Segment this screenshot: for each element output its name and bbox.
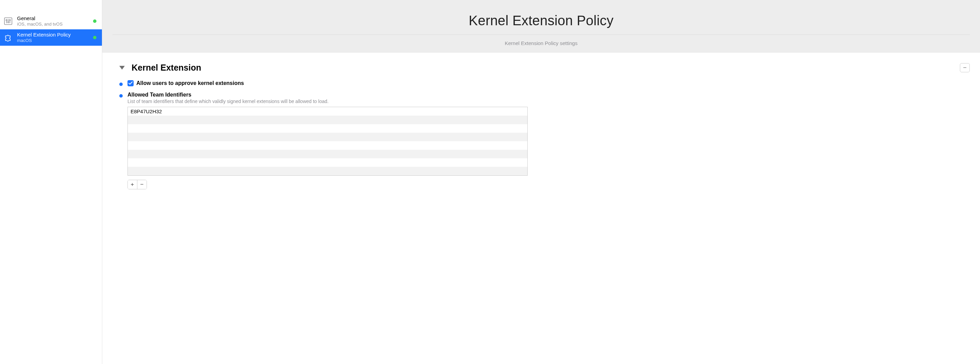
allow-users-label: Allow users to approve kernel extensions [136, 80, 244, 86]
content: Kernel Extension − Allow users to approv… [102, 53, 980, 202]
add-remove-group: + − [127, 180, 147, 189]
table-row[interactable] [128, 167, 527, 176]
page-subtitle: Kernel Extension Policy settings [113, 35, 970, 52]
config-dot-icon [119, 83, 123, 86]
sidebar-item-labels: GeneraliOS, macOS, and tvOS [17, 15, 93, 27]
table-row[interactable] [128, 141, 527, 150]
remove-section-button[interactable]: − [960, 63, 970, 72]
team-ids-table[interactable]: E8P47U2H32 [127, 107, 528, 176]
configured-dot-icon [93, 19, 97, 23]
sliders-icon [3, 16, 14, 27]
svg-point-4 [6, 19, 7, 21]
table-row[interactable] [128, 158, 527, 167]
puzzle-icon [3, 32, 14, 43]
sidebar-item-subtitle: iOS, macOS, and tvOS [17, 21, 93, 27]
table-row[interactable]: E8P47U2H32 [128, 107, 527, 116]
sidebar-item-general[interactable]: GeneraliOS, macOS, and tvOS [0, 13, 102, 29]
page-title: Kernel Extension Policy [113, 13, 970, 28]
table-row[interactable] [128, 133, 527, 141]
header: Kernel Extension Policy Kernel Extension… [102, 0, 980, 53]
disclosure-triangle[interactable] [119, 66, 125, 70]
section-title: Kernel Extension [132, 63, 960, 73]
allow-users-checkbox[interactable] [127, 80, 134, 86]
remove-team-id-button[interactable]: − [137, 180, 146, 189]
sidebar-item-subtitle: macOS [17, 38, 93, 43]
svg-point-6 [9, 19, 11, 21]
team-ids-title: Allowed Team Identifiers [127, 92, 970, 98]
table-row[interactable] [128, 150, 527, 158]
team-ids-row: Allowed Team Identifiers List of team id… [119, 92, 970, 189]
allow-users-row: Allow users to approve kernel extensions [119, 80, 970, 86]
svg-point-5 [8, 21, 9, 23]
configured-dot-icon [93, 36, 97, 39]
table-row[interactable] [128, 124, 527, 133]
sidebar-item-kernel-extension-policy[interactable]: Kernel Extension PolicymacOS [0, 29, 102, 46]
table-row[interactable] [128, 116, 527, 124]
add-team-id-button[interactable]: + [128, 180, 137, 189]
sidebar-item-labels: Kernel Extension PolicymacOS [17, 32, 93, 44]
sidebar: GeneraliOS, macOS, and tvOSKernel Extens… [0, 0, 102, 364]
main-pane: Kernel Extension Policy Kernel Extension… [102, 0, 980, 364]
sidebar-item-title: Kernel Extension Policy [17, 32, 93, 38]
team-ids-description: List of team identifiers that define whi… [127, 99, 970, 104]
sidebar-item-title: General [17, 15, 93, 22]
config-dot-icon [119, 94, 123, 97]
